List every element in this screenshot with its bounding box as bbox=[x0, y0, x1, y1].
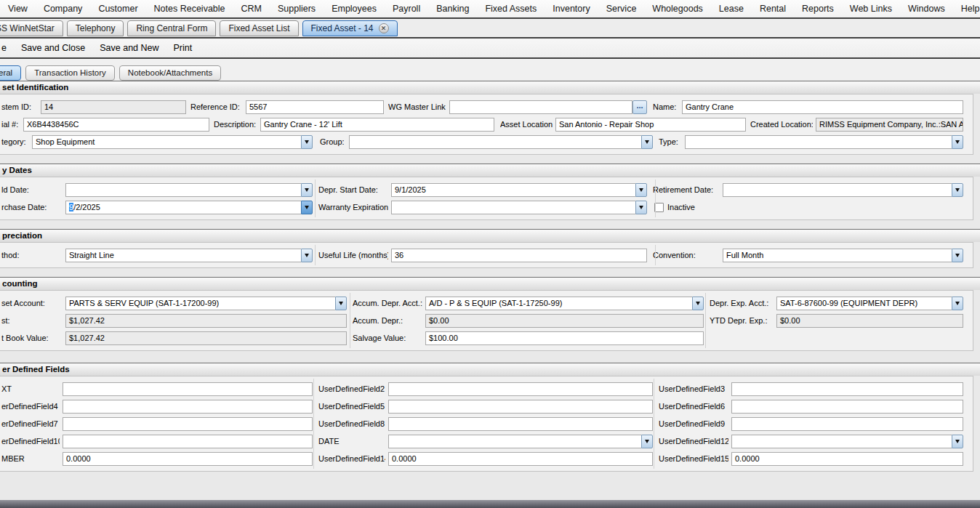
chevron-down-icon[interactable] bbox=[952, 183, 963, 197]
sold-date-combo[interactable] bbox=[65, 183, 313, 197]
warranty-expiration-combo[interactable] bbox=[391, 201, 647, 214]
name-field[interactable]: Gantry Crane bbox=[682, 100, 963, 114]
udf-date-value[interactable] bbox=[388, 435, 641, 448]
udf3-field[interactable] bbox=[731, 382, 963, 396]
print-button[interactable]: Print bbox=[166, 43, 200, 53]
depr-start-date-combo[interactable]: 9/1/2025 bbox=[391, 183, 647, 197]
sold-date-value[interactable] bbox=[65, 183, 301, 197]
menu-item-inventory[interactable]: Inventory bbox=[545, 4, 598, 14]
chevron-down-icon[interactable] bbox=[952, 435, 963, 448]
menu-item-notes-receivable[interactable]: Notes Receivable bbox=[146, 4, 233, 14]
created-location-field[interactable]: RIMSS Equipment Company, Inc.:SAN ANT bbox=[816, 118, 963, 132]
chevron-down-icon[interactable] bbox=[635, 201, 647, 214]
menu-item-employees[interactable]: Employees bbox=[324, 4, 385, 14]
depr-start-date-value[interactable]: 9/1/2025 bbox=[391, 183, 635, 197]
method-value[interactable]: Straight Line bbox=[65, 249, 301, 262]
group-combo[interactable] bbox=[349, 135, 653, 149]
useful-life-field[interactable]: 36 bbox=[391, 249, 647, 262]
save-button[interactable]: e bbox=[0, 43, 14, 53]
wg-master-link-field[interactable] bbox=[449, 100, 632, 114]
menu-item-suppliers[interactable]: Suppliers bbox=[270, 4, 324, 14]
menu-item-windows[interactable]: Windows bbox=[900, 4, 953, 14]
udf2-field[interactable] bbox=[388, 382, 653, 396]
type-combo[interactable] bbox=[685, 135, 963, 149]
udf5-field[interactable] bbox=[388, 400, 653, 414]
accum-depr-acct-value[interactable]: A/D - P & S EQUIP (SAT-1-17250-99) bbox=[425, 297, 692, 310]
chevron-down-icon[interactable] bbox=[952, 135, 963, 149]
udf8-field[interactable] bbox=[388, 417, 653, 431]
chevron-down-icon[interactable] bbox=[641, 135, 653, 149]
menu-item-wholegoods[interactable]: Wholegoods bbox=[644, 4, 711, 14]
asset-account-combo[interactable]: PARTS & SERV EQUIP (SAT-1-17200-99) bbox=[65, 297, 347, 310]
system-id-field[interactable]: 14 bbox=[41, 100, 186, 114]
tab-general[interactable]: eral bbox=[0, 65, 21, 81]
type-value[interactable] bbox=[685, 135, 952, 149]
depr-exp-acct-combo[interactable]: SAT-6-87600-99 (EQUIPMENT DEPR) bbox=[776, 297, 963, 310]
depr-exp-acct-value[interactable]: SAT-6-87600-99 (EQUIPMENT DEPR) bbox=[776, 297, 952, 310]
asset-location-field[interactable]: San Antonio - Repair Shop bbox=[555, 118, 746, 132]
serial-field[interactable]: X6B4438456C bbox=[23, 118, 209, 132]
tab-winnetstar[interactable]: SS WinNetStar bbox=[0, 20, 63, 36]
ytd-depr-exp-field[interactable]: $0.00 bbox=[776, 314, 963, 328]
method-combo[interactable]: Straight Line bbox=[65, 249, 313, 262]
udf12-combo[interactable] bbox=[731, 435, 963, 448]
udf6-field[interactable] bbox=[731, 400, 963, 414]
chevron-down-icon[interactable] bbox=[692, 297, 704, 310]
asset-account-value[interactable]: PARTS & SERV EQUIP (SAT-1-17200-99) bbox=[65, 297, 335, 310]
udf9-field[interactable] bbox=[731, 417, 963, 431]
close-icon[interactable]: ✕ bbox=[379, 23, 389, 33]
save-and-new-button[interactable]: Save and New bbox=[92, 43, 166, 53]
net-book-value-field[interactable]: $1,027.42 bbox=[65, 331, 347, 345]
chevron-down-icon[interactable] bbox=[301, 201, 313, 214]
tab-fixed-asset-list[interactable]: Fixed Asset List bbox=[220, 20, 298, 36]
cost-field[interactable]: $1,027.42 bbox=[65, 314, 347, 328]
ellipsis-button[interactable]: ... bbox=[632, 100, 647, 114]
menu-item-crm[interactable]: CRM bbox=[233, 4, 270, 14]
retirement-date-value[interactable] bbox=[723, 183, 952, 197]
menu-item-rental[interactable]: Rental bbox=[752, 4, 794, 14]
chevron-down-icon[interactable] bbox=[952, 249, 963, 262]
retirement-date-combo[interactable] bbox=[723, 183, 963, 197]
warranty-expiration-value[interactable] bbox=[391, 201, 635, 214]
udf-number-field[interactable]: 0.0000 bbox=[63, 452, 313, 466]
chevron-down-icon[interactable] bbox=[301, 135, 313, 149]
menu-item-service[interactable]: Service bbox=[598, 4, 645, 14]
save-and-close-button[interactable]: Save and Close bbox=[14, 43, 92, 53]
udf-text-field[interactable] bbox=[63, 382, 313, 396]
convention-value[interactable]: Full Month bbox=[723, 249, 952, 262]
description-field[interactable]: Gantry Crane - 12' Lift bbox=[260, 118, 494, 132]
menu-item-payroll[interactable]: Payroll bbox=[385, 4, 428, 14]
chevron-down-icon[interactable] bbox=[641, 435, 653, 448]
udf4-field[interactable] bbox=[63, 400, 313, 414]
chevron-down-icon[interactable] bbox=[301, 249, 313, 262]
udf-date-combo[interactable] bbox=[388, 435, 653, 448]
chevron-down-icon[interactable] bbox=[952, 297, 963, 310]
chevron-down-icon[interactable] bbox=[335, 297, 347, 310]
tab-transaction-history[interactable]: Transaction History bbox=[25, 65, 115, 81]
purchase-date-combo[interactable]: 9/2/2025 bbox=[65, 201, 313, 214]
category-combo[interactable]: Shop Equipment bbox=[32, 135, 313, 149]
accum-depr-acct-combo[interactable]: A/D - P & S EQUIP (SAT-1-17250-99) bbox=[425, 297, 704, 310]
salvage-value-field[interactable]: $100.00 bbox=[425, 331, 704, 345]
group-value[interactable] bbox=[349, 135, 641, 149]
menu-item-company[interactable]: Company bbox=[36, 4, 91, 14]
udf10-field[interactable] bbox=[63, 435, 313, 448]
menu-item-fixed-assets[interactable]: Fixed Assets bbox=[477, 4, 545, 14]
purchase-date-value[interactable]: 9/2/2025 bbox=[65, 201, 301, 214]
reference-id-field[interactable]: 5567 bbox=[246, 100, 384, 114]
udf14-field[interactable]: 0.0000 bbox=[388, 452, 653, 466]
menu-item-view[interactable]: View bbox=[0, 4, 36, 14]
udf15-field[interactable]: 0.0000 bbox=[731, 452, 963, 466]
menu-item-web-links[interactable]: Web Links bbox=[842, 4, 900, 14]
menu-item-reports[interactable]: Reports bbox=[794, 4, 842, 14]
tab-notebook-attachments[interactable]: Notebook/Attachments bbox=[119, 65, 221, 81]
tab-telephony[interactable]: Telephony bbox=[67, 20, 124, 36]
menu-item-lease[interactable]: Lease bbox=[711, 4, 752, 14]
udf7-field[interactable] bbox=[63, 417, 313, 431]
accum-depr-field[interactable]: $0.00 bbox=[425, 314, 704, 328]
udf12-value[interactable] bbox=[731, 435, 952, 448]
chevron-down-icon[interactable] bbox=[635, 183, 647, 197]
tab-fixed-asset-14[interactable]: Fixed Asset - 14 ✕ bbox=[302, 20, 398, 36]
menu-item-customer[interactable]: Customer bbox=[90, 4, 145, 14]
chevron-down-icon[interactable] bbox=[301, 183, 313, 197]
